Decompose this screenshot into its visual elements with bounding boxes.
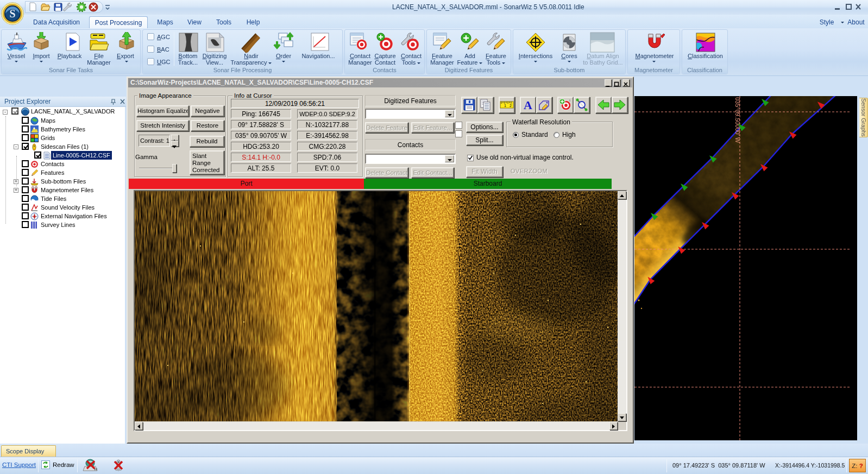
- svg-text:A: A: [524, 98, 532, 112]
- svg-text:2: 2: [510, 104, 512, 108]
- svg-text:S: S: [9, 8, 15, 20]
- svg-text:035°09.50000' W: 035°09.50000' W: [734, 97, 741, 143]
- svg-text:1: 1: [504, 104, 506, 108]
